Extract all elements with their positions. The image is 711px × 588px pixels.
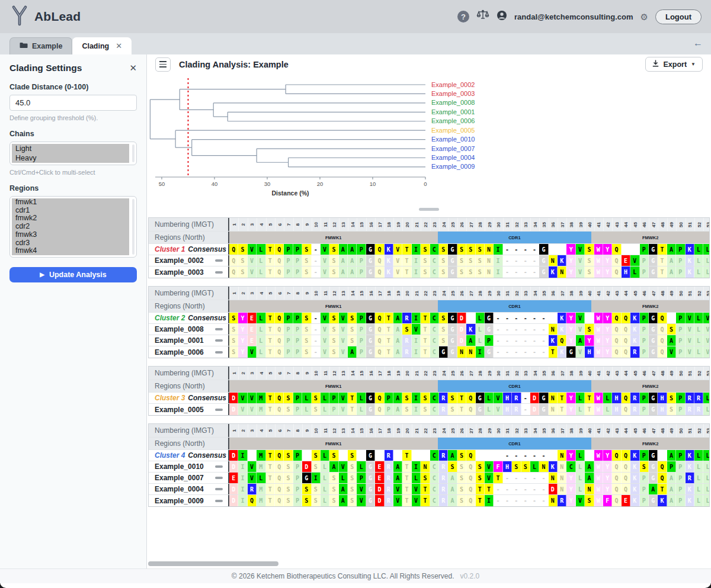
tab-clading[interactable]: Clading ✕ xyxy=(72,37,132,54)
row-dash-icon[interactable] xyxy=(215,271,223,274)
sequence-name[interactable]: Example_0001 xyxy=(155,336,204,345)
residue-cell: P xyxy=(329,404,338,415)
sequence-name[interactable]: Example_0004 xyxy=(155,485,204,493)
position-number: 50 xyxy=(676,218,685,231)
residue-cell: P xyxy=(293,313,302,323)
position-number: 10 xyxy=(312,287,321,300)
regions-multiselect[interactable]: fmwk1cdr1fmwk2cdr2fmwk3cdr3fmwk4 xyxy=(9,196,137,258)
sequence-row-label: Example_0004 xyxy=(149,484,229,494)
option-heavy[interactable]: Heavy xyxy=(12,153,129,163)
dendrogram-leaf-label[interactable]: Example_0005 xyxy=(431,127,475,134)
dendrogram-leaf-label[interactable]: Example_0001 xyxy=(431,108,475,115)
dendrogram-leaf-label[interactable]: Example_0010 xyxy=(431,136,475,143)
residue-cell: A xyxy=(667,495,676,506)
row-dash-icon[interactable] xyxy=(215,409,223,411)
residue-cell: P xyxy=(293,255,302,266)
residue-cell: R xyxy=(439,495,448,506)
residue-cell: Q xyxy=(229,255,238,266)
position-number: 53 xyxy=(703,367,710,380)
residue-cell: Q xyxy=(248,495,257,506)
residue-cell: V xyxy=(248,266,257,278)
residue-cell: L xyxy=(694,461,703,472)
option-cdr1[interactable]: cdr1 xyxy=(12,207,129,215)
residue-cell: R xyxy=(512,404,521,415)
sequence-name[interactable]: Example_0009 xyxy=(155,497,204,505)
residue-cell: A xyxy=(448,450,457,461)
sequence-name[interactable]: Example_0010 xyxy=(155,462,204,471)
row-dash-icon[interactable] xyxy=(215,465,223,468)
residue-cell xyxy=(339,450,348,461)
position-number: 14 xyxy=(348,367,357,380)
dendrogram-leaf-label[interactable]: Example_0009 xyxy=(431,163,475,170)
row-dash-icon[interactable] xyxy=(215,351,223,354)
scales-icon[interactable] xyxy=(476,9,489,24)
option-fmwk4[interactable]: fmwk4 xyxy=(12,247,129,255)
residue-cell xyxy=(302,450,311,461)
option-fmwk2[interactable]: fmwk2 xyxy=(12,214,129,223)
position-number: 32 xyxy=(512,424,521,437)
sequence-name[interactable]: Example_0007 xyxy=(155,474,204,482)
residue-cell: V xyxy=(576,244,585,255)
dendrogram-leaf-label[interactable]: Example_0004 xyxy=(431,154,475,161)
residue-cell: W xyxy=(594,450,603,461)
option-light[interactable]: Light xyxy=(12,144,129,153)
sequence-name[interactable]: Example_0002 xyxy=(155,256,204,265)
residue-cell: Q xyxy=(622,335,630,346)
residue-cell: T xyxy=(558,393,566,403)
consensus-word: Consensus xyxy=(188,394,226,402)
export-button[interactable]: Export ▼ xyxy=(645,57,703,72)
residue-cell: P xyxy=(293,404,302,415)
option-cdr3[interactable]: cdr3 xyxy=(12,239,129,248)
sequence-name[interactable]: Example_0003 xyxy=(155,268,204,277)
chains-multiselect[interactable]: LightHeavy xyxy=(9,142,137,165)
sequence-name[interactable]: Example_0008 xyxy=(155,325,204,333)
option-cdr2[interactable]: cdr2 xyxy=(12,223,129,231)
residue-cell: L xyxy=(703,244,710,255)
sequence-name[interactable]: Example_0005 xyxy=(155,406,204,414)
row-dash-icon[interactable] xyxy=(215,477,223,479)
collapse-arrow-icon[interactable]: ← xyxy=(693,38,703,49)
tab-example[interactable]: Example xyxy=(9,37,72,54)
region-band-fmwk2: FMWK2 xyxy=(591,438,709,449)
residue-cell: L xyxy=(357,393,366,403)
dendrogram-leaf-label[interactable]: Example_0003 xyxy=(431,90,475,97)
scrollbar-thumb[interactable] xyxy=(148,561,278,566)
dendrogram-leaf-label[interactable]: Example_0007 xyxy=(431,145,475,152)
tab-close-icon[interactable]: ✕ xyxy=(116,41,122,50)
residue-cell: G xyxy=(366,266,375,278)
clade-distance-input[interactable] xyxy=(9,95,137,111)
position-number: 7 xyxy=(284,367,293,380)
option-fmwk3[interactable]: fmwk3 xyxy=(12,231,129,239)
row-dash-icon[interactable] xyxy=(215,500,223,502)
residue-cell: L xyxy=(321,461,329,472)
residue-cell: T xyxy=(385,313,393,323)
sequence-name[interactable]: Example_0006 xyxy=(155,348,204,356)
residue-cell xyxy=(421,450,430,461)
residue-cell: V xyxy=(339,324,348,335)
dendrogram-leaf-label[interactable]: Example_0008 xyxy=(431,99,475,106)
row-dash-icon[interactable] xyxy=(215,339,223,342)
option-fmwk1[interactable]: fmwk1 xyxy=(12,198,129,207)
help-icon[interactable]: ? xyxy=(457,11,469,23)
dendrogram-leaf-label[interactable]: Example_0006 xyxy=(431,117,475,124)
row-dash-icon[interactable] xyxy=(215,488,223,490)
menu-button[interactable] xyxy=(155,57,171,72)
update-analysis-button[interactable]: ▶ Update Analysis xyxy=(9,267,137,282)
row-dash-icon[interactable] xyxy=(215,328,223,330)
row-dash-icon[interactable] xyxy=(215,259,223,262)
position-number: 41 xyxy=(594,287,603,300)
settings-close-icon[interactable]: ✕ xyxy=(129,63,137,73)
position-number: 27 xyxy=(466,287,475,300)
logout-button[interactable]: Logout xyxy=(655,9,702,24)
gear-icon[interactable]: ⚙ xyxy=(640,12,648,21)
position-number: 44 xyxy=(622,218,630,231)
position-number: 12 xyxy=(329,218,338,231)
residue-cell: G xyxy=(366,324,375,335)
position-number: 29 xyxy=(485,287,494,300)
play-icon: ▶ xyxy=(40,271,44,278)
residue-cell: - xyxy=(530,450,539,461)
panel-resize-handle[interactable] xyxy=(419,208,439,211)
dendrogram-leaf-label[interactable]: Example_0002 xyxy=(431,81,475,88)
consensus-row-label: Cluster 1Consensus xyxy=(149,244,229,255)
residue-cell: V xyxy=(494,393,502,403)
